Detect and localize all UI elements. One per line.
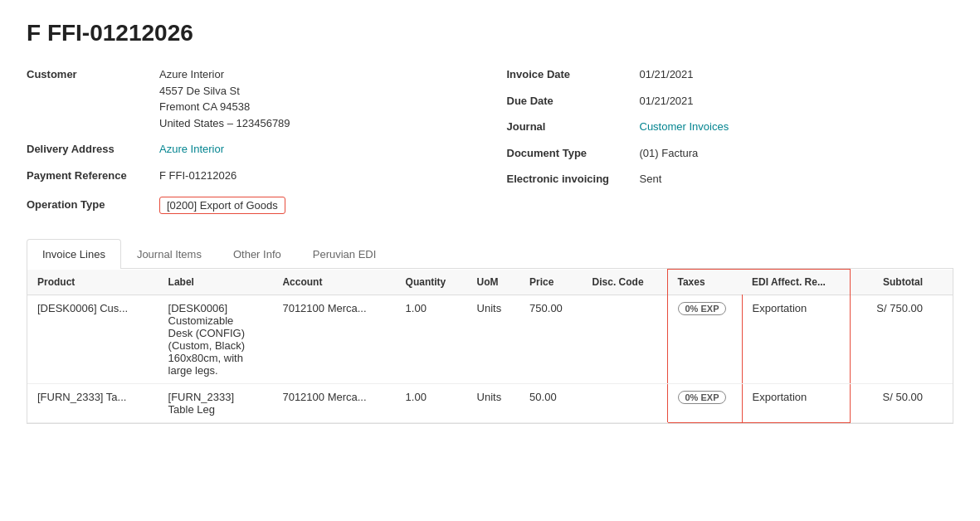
col-label: Label bbox=[158, 270, 273, 295]
cell-account-1: 7012100 Merca... bbox=[272, 295, 395, 384]
document-type-value: (01) Factura bbox=[640, 145, 699, 162]
customer-name-link[interactable]: Azure Interior bbox=[159, 68, 224, 80]
cell-price-1: 750.00 bbox=[519, 295, 582, 384]
journal-value[interactable]: Customer Invoices bbox=[640, 119, 729, 135]
customer-country-link[interactable]: United States – 123456789 bbox=[159, 117, 290, 129]
col-product: Product bbox=[27, 270, 158, 295]
col-more bbox=[933, 270, 953, 295]
table-row: [FURN_2333] Ta... [FURN_2333]Table Leg 7… bbox=[27, 384, 953, 423]
customer-field: Customer Azure Interior 4557 De Silva St… bbox=[27, 66, 474, 131]
col-account: Account bbox=[272, 270, 395, 295]
operation-type-field: Operation Type [0200] Export of Goods bbox=[27, 197, 474, 214]
page-title: F FFI-01212026 bbox=[27, 20, 953, 46]
col-quantity: Quantity bbox=[396, 270, 467, 295]
info-right: Invoice Date 01/21/2021 Due Date 01/21/2… bbox=[507, 66, 954, 219]
customer-address-2: Fremont CA 94538 bbox=[159, 100, 250, 113]
electronic-invoicing-value: Sent bbox=[640, 171, 662, 187]
cell-label-2: [FURN_2333]Table Leg bbox=[158, 384, 273, 423]
delivery-address-field: Delivery Address Azure Interior bbox=[27, 141, 474, 158]
col-subtotal: Subtotal bbox=[850, 270, 933, 295]
tabs: Invoice Lines Journal Items Other Info P… bbox=[27, 239, 953, 269]
invoice-date-field: Invoice Date 01/21/2021 bbox=[507, 66, 954, 83]
electronic-invoicing-label: Electronic invoicing bbox=[507, 171, 640, 187]
cell-disc-code-2 bbox=[583, 384, 667, 423]
cell-label-1: [DESK0006]CustomizableDesk (CONFIG)(Cust… bbox=[158, 295, 273, 384]
invoice-date-value: 01/21/2021 bbox=[640, 66, 694, 83]
cell-uom-1: Units bbox=[467, 295, 519, 384]
table-row: [DESK0006] Cus... [DESK0006]Customizable… bbox=[27, 295, 953, 384]
info-left: Customer Azure Interior 4557 De Silva St… bbox=[27, 66, 474, 219]
invoice-lines-table: Product Label Account Quantity UoM Price… bbox=[27, 269, 953, 424]
payment-reference-value: F FFI-01212026 bbox=[159, 168, 236, 184]
cell-edi-2: Exportation bbox=[742, 384, 850, 423]
cell-edi-1: Exportation bbox=[742, 295, 850, 384]
cell-taxes-2: 0% EXP bbox=[667, 384, 742, 423]
delivery-address-label: Delivery Address bbox=[27, 141, 159, 158]
journal-field: Journal Customer Invoices bbox=[507, 119, 954, 135]
due-date-field: Due Date 01/21/2021 bbox=[507, 93, 954, 110]
info-grid: Customer Azure Interior 4557 De Silva St… bbox=[27, 66, 953, 219]
journal-label: Journal bbox=[507, 119, 640, 135]
electronic-invoicing-field: Electronic invoicing Sent bbox=[507, 171, 954, 187]
tab-journal-items[interactable]: Journal Items bbox=[121, 239, 217, 269]
cell-more-1 bbox=[933, 295, 953, 384]
due-date-value: 01/21/2021 bbox=[640, 93, 694, 110]
operation-type-label: Operation Type bbox=[27, 197, 159, 213]
col-disc-code: Disc. Code bbox=[583, 270, 667, 295]
customer-label: Customer bbox=[27, 66, 159, 83]
cell-price-2: 50.00 bbox=[519, 384, 582, 423]
payment-reference-label: Payment Reference bbox=[27, 168, 159, 184]
due-date-label: Due Date bbox=[507, 93, 640, 110]
cell-subtotal-1: S/ 750.00 bbox=[850, 295, 933, 384]
tab-peruvian-edi[interactable]: Peruvian EDI bbox=[297, 239, 392, 269]
invoice-date-label: Invoice Date bbox=[507, 66, 640, 83]
cell-quantity-2: 1.00 bbox=[396, 384, 467, 423]
cell-disc-code-1 bbox=[583, 295, 667, 384]
cell-product-1: [DESK0006] Cus... bbox=[27, 295, 158, 384]
cell-product-2: [FURN_2333] Ta... bbox=[27, 384, 158, 423]
payment-reference-field: Payment Reference F FFI-01212026 bbox=[27, 168, 474, 184]
customer-address-1: 4557 De Silva St bbox=[159, 85, 240, 97]
cell-uom-2: Units bbox=[467, 384, 519, 423]
col-taxes: Taxes bbox=[667, 270, 742, 295]
tax-badge-2: 0% EXP bbox=[678, 391, 727, 404]
delivery-address-value[interactable]: Azure Interior bbox=[159, 141, 224, 158]
operation-type-value: [0200] Export of Goods bbox=[159, 197, 285, 214]
cell-account-2: 7012100 Merca... bbox=[272, 384, 395, 423]
col-edi: EDI Affect. Re... bbox=[742, 270, 850, 295]
table-header-row: Product Label Account Quantity UoM Price… bbox=[27, 270, 953, 295]
cell-taxes-1: 0% EXP bbox=[667, 295, 742, 384]
col-price: Price bbox=[519, 270, 582, 295]
document-type-field: Document Type (01) Factura bbox=[507, 145, 954, 162]
tab-invoice-lines[interactable]: Invoice Lines bbox=[27, 239, 121, 269]
customer-value: Azure Interior 4557 De Silva St Fremont … bbox=[159, 66, 290, 131]
tax-badge-1: 0% EXP bbox=[678, 302, 727, 315]
col-uom: UoM bbox=[467, 270, 519, 295]
cell-more-2 bbox=[933, 384, 953, 423]
cell-subtotal-2: S/ 50.00 bbox=[850, 384, 933, 423]
tab-other-info[interactable]: Other Info bbox=[217, 239, 297, 269]
document-type-label: Document Type bbox=[507, 145, 640, 162]
cell-quantity-1: 1.00 bbox=[396, 295, 467, 384]
